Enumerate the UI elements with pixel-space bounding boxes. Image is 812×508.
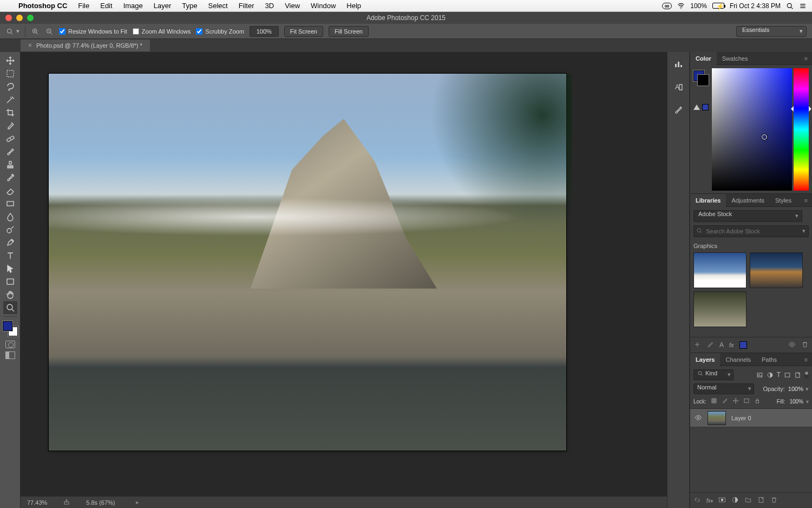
menu-type[interactable]: Type xyxy=(176,2,202,10)
pen-tool[interactable] xyxy=(3,236,17,249)
gradient-tool[interactable] xyxy=(3,197,17,210)
layer-style-icon[interactable]: fx▾ xyxy=(706,498,713,504)
tab-paths[interactable]: Paths xyxy=(756,353,782,366)
current-tool-preset[interactable]: ▾ xyxy=(5,27,19,36)
blend-mode-select[interactable]: Normal xyxy=(693,383,754,394)
library-asset-thumb[interactable] xyxy=(750,252,803,288)
rectangle-tool[interactable] xyxy=(3,275,17,288)
filter-adjustment-icon[interactable] xyxy=(767,371,774,379)
move-tool[interactable] xyxy=(3,54,17,67)
zoom-all-windows-checkbox[interactable]: Zoom All Windows xyxy=(133,28,191,35)
delete-layer-icon[interactable] xyxy=(770,496,778,505)
menu-select[interactable]: Select xyxy=(202,2,233,10)
tab-libraries[interactable]: Libraries xyxy=(690,194,726,207)
menubar-datetime[interactable]: Fri Oct 2 4:38 PM xyxy=(730,2,781,10)
layer-visibility-icon[interactable] xyxy=(695,414,702,422)
add-layer-style-icon[interactable]: fx xyxy=(729,342,734,348)
add-graphic-icon[interactable] xyxy=(693,341,701,349)
clone-stamp-tool[interactable] xyxy=(3,158,17,171)
tab-swatches[interactable]: Swatches xyxy=(717,52,754,65)
spot-healing-brush-tool[interactable] xyxy=(3,132,17,145)
creative-cloud-icon[interactable]: ∞ xyxy=(662,3,672,9)
brush-presets-panel-icon[interactable] xyxy=(671,104,685,116)
filter-toggle[interactable] xyxy=(804,371,809,379)
layer-filter-kind[interactable]: Kind xyxy=(693,369,734,380)
zoom-tool[interactable] xyxy=(3,301,17,314)
adjustment-layer-icon[interactable] xyxy=(731,496,739,505)
scrubby-zoom-checkbox[interactable]: Scrubby Zoom xyxy=(196,28,244,35)
filter-pixel-icon[interactable] xyxy=(756,371,763,379)
notification-center-icon[interactable] xyxy=(799,2,807,10)
fit-screen-button[interactable]: Fit Screen xyxy=(284,26,323,37)
menu-view[interactable]: View xyxy=(279,2,305,10)
menu-filter[interactable]: Filter xyxy=(233,2,260,10)
layer-mask-icon[interactable] xyxy=(718,496,726,505)
document-canvas[interactable]: mountain lake photo xyxy=(49,74,566,451)
status-caret-icon[interactable]: ▸ xyxy=(136,499,139,506)
libraries-panel-menu-icon[interactable]: ≡ xyxy=(800,197,812,204)
menu-file[interactable]: File xyxy=(73,2,95,10)
type-tool[interactable] xyxy=(3,249,17,262)
gamut-warning[interactable] xyxy=(693,104,709,110)
layer-name[interactable]: Layer 0 xyxy=(731,415,751,421)
layer-group-icon[interactable] xyxy=(744,496,752,505)
lock-transparency-icon[interactable] xyxy=(711,398,717,405)
character-panel-icon[interactable] xyxy=(671,81,685,93)
tab-layers[interactable]: Layers xyxy=(690,353,720,366)
library-asset-thumb[interactable] xyxy=(693,291,746,327)
search-filter-dropdown-icon[interactable]: ▾ xyxy=(802,227,806,235)
menu-3d[interactable]: 3D xyxy=(260,2,280,10)
window-zoom-button[interactable] xyxy=(27,15,34,21)
menu-layer[interactable]: Layer xyxy=(148,2,177,10)
history-brush-tool[interactable] xyxy=(3,171,17,184)
fill-screen-button[interactable]: Fill Screen xyxy=(329,26,369,37)
window-close-button[interactable] xyxy=(5,15,12,21)
zoom-percent-button[interactable] xyxy=(250,26,279,37)
fill-value[interactable]: 100% xyxy=(789,399,809,405)
share-icon[interactable] xyxy=(63,499,70,506)
workspace-switcher[interactable]: Essentials xyxy=(736,26,807,37)
blur-tool[interactable] xyxy=(3,210,17,223)
path-selection-tool[interactable] xyxy=(3,262,17,275)
screen-mode-icon[interactable] xyxy=(5,351,15,359)
add-brush-icon[interactable] xyxy=(706,341,714,349)
add-character-style-icon[interactable]: A xyxy=(719,341,724,349)
layers-panel-menu-icon[interactable]: ≡ xyxy=(800,356,812,363)
app-name-menu[interactable]: Photoshop CC xyxy=(13,2,73,10)
menu-window[interactable]: Window xyxy=(305,2,341,10)
hue-slider[interactable] xyxy=(794,68,809,191)
library-asset-thumb[interactable] xyxy=(693,252,746,288)
eyedropper-tool[interactable] xyxy=(3,119,17,132)
battery-icon[interactable]: ⚡ xyxy=(712,3,724,9)
document-tab[interactable]: × Photo.psd @ 77.4% (Layer 0, RGB/8*) * xyxy=(21,40,150,51)
filter-type-icon[interactable]: T xyxy=(777,371,781,379)
layer-thumbnail[interactable] xyxy=(708,411,726,425)
history-panel-icon[interactable] xyxy=(671,58,685,70)
resize-windows-checkbox[interactable]: Resize Windows to Fit xyxy=(59,28,127,35)
library-search[interactable]: ▾ xyxy=(693,225,809,237)
foreground-color-swatch[interactable] xyxy=(3,321,12,331)
zoom-out-icon[interactable] xyxy=(45,27,54,36)
tab-channels[interactable]: Channels xyxy=(720,353,756,366)
tab-adjustments[interactable]: Adjustments xyxy=(726,194,770,207)
filter-shape-icon[interactable] xyxy=(784,371,791,379)
window-minimize-button[interactable] xyxy=(16,15,23,21)
link-layers-icon[interactable] xyxy=(693,496,701,505)
eraser-tool[interactable] xyxy=(3,184,17,197)
lock-position-icon[interactable] xyxy=(732,398,739,405)
close-tab-icon[interactable]: × xyxy=(28,42,32,49)
tab-styles[interactable]: Styles xyxy=(770,194,797,207)
new-layer-icon[interactable] xyxy=(757,496,765,505)
add-foreground-color-icon[interactable] xyxy=(739,341,747,349)
layer-row[interactable]: Layer 0 xyxy=(690,409,812,427)
crop-tool[interactable] xyxy=(3,106,17,119)
zoom-in-icon[interactable] xyxy=(31,27,40,36)
opacity-value[interactable]: 100% xyxy=(788,386,809,392)
status-zoom[interactable]: 77.43% xyxy=(27,499,47,506)
library-search-input[interactable] xyxy=(693,225,809,237)
panel-color-swatches[interactable] xyxy=(693,70,709,86)
wifi-icon[interactable] xyxy=(677,2,685,10)
rectangular-marquee-tool[interactable] xyxy=(3,67,17,80)
color-picker-field[interactable] xyxy=(712,68,792,191)
brush-tool[interactable] xyxy=(3,145,17,158)
